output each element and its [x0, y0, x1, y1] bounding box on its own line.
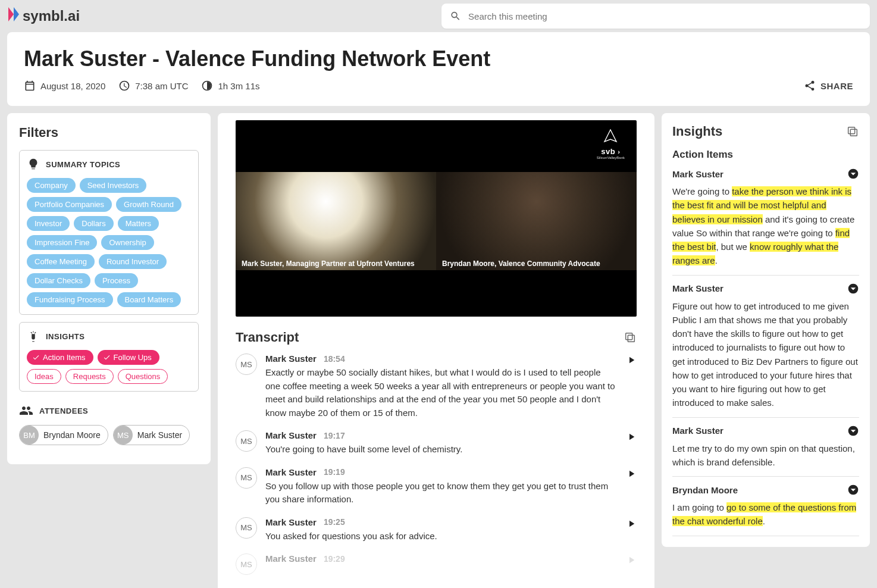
topic-chip[interactable]: Process	[95, 273, 138, 288]
insight-filter-chip[interactable]: Requests	[65, 369, 114, 384]
transcript-text: Exactly or maybe 50 socially distant hik…	[265, 366, 618, 420]
logo-mark-icon	[7, 6, 20, 26]
insight-filter-chip[interactable]: Follow Ups	[98, 350, 159, 365]
meta-date-text: August 18, 2020	[40, 81, 105, 91]
transcript-title: Transcript	[236, 330, 299, 345]
main-column: svb › SiliconValleyBank Mark Suster, Man…	[218, 113, 654, 588]
transcript-text: You're going to have built some level of…	[265, 443, 618, 456]
transcript-entry: MSMark Suster19:29	[236, 553, 637, 575]
share-icon	[804, 80, 816, 92]
transcript-time: 19:29	[324, 554, 345, 564]
chevron-down-icon[interactable]	[847, 484, 859, 496]
share-button[interactable]: SHARE	[804, 80, 853, 92]
insight-card: Mark SusterWe're going to take the perso…	[672, 168, 859, 276]
calendar-icon	[24, 80, 36, 92]
bulb-icon	[27, 158, 40, 171]
topic-chip[interactable]: Dollar Checks	[27, 273, 90, 288]
avatar: MS	[236, 354, 257, 375]
svg-rect-3	[848, 127, 855, 134]
summary-topics-section: SUMMARY TOPICS CompanySeed InvestorsPort…	[19, 150, 199, 315]
insight-filter-chip[interactable]: Action Items	[27, 350, 93, 365]
attendee-name: Bryndan Moore	[43, 430, 101, 440]
copy-icon[interactable]	[624, 331, 637, 344]
topbar: symbl.ai	[0, 0, 877, 32]
play-icon[interactable]	[626, 355, 637, 365]
search-input[interactable]	[468, 11, 862, 21]
clock-icon	[118, 80, 130, 92]
play-icon[interactable]	[626, 555, 637, 565]
avatar: MS	[114, 426, 133, 445]
share-label: SHARE	[820, 81, 853, 91]
topic-chip[interactable]: Round Investor	[99, 254, 167, 269]
topic-chip[interactable]: Dollars	[74, 216, 113, 231]
transcript-speaker: Mark Suster	[265, 467, 317, 477]
topic-chip[interactable]: Fundraising Process	[27, 292, 113, 307]
transcript-text: So you follow up with those people you g…	[265, 480, 618, 506]
insight-speaker: Bryndan Moore	[672, 485, 738, 495]
page-title: Mark Suster - Valence Funding Network Ev…	[24, 46, 853, 71]
topic-chip[interactable]: Growth Round	[116, 197, 181, 212]
avatar: MS	[236, 467, 257, 489]
insight-card: Bryndan MooreI am going to go to some of…	[672, 477, 859, 536]
insight-filter-chip[interactable]: Questions	[118, 369, 168, 384]
transcript-time: 18:54	[324, 354, 345, 364]
avatar: MS	[236, 517, 257, 539]
topic-chip[interactable]: Company	[27, 178, 76, 193]
insight-filter-chip[interactable]: Ideas	[27, 369, 61, 384]
attendees-section: ATTENDEES BMBryndan MooreMSMark Suster	[19, 399, 199, 445]
topic-chip[interactable]: Portfolio Companies	[27, 197, 112, 212]
attendee-pill[interactable]: BMBryndan Moore	[19, 425, 108, 445]
avatar: MS	[236, 430, 257, 452]
transcript-entry: MSMark Suster19:17You're going to have b…	[236, 430, 637, 456]
svg-rect-1	[626, 333, 632, 340]
topic-chip[interactable]: Ownership	[101, 235, 154, 250]
chevron-down-icon[interactable]	[847, 425, 859, 437]
meta-time-text: 7:38 am UTC	[135, 81, 188, 91]
transcript-speaker: Mark Suster	[265, 517, 317, 527]
attendees-label: ATTENDEES	[39, 406, 88, 415]
search-box[interactable]	[441, 4, 870, 29]
insight-card: Mark SusterLet me try to do my own spin …	[672, 418, 859, 477]
topic-chip[interactable]: Seed Investors	[80, 178, 147, 193]
search-icon	[450, 10, 461, 22]
play-icon[interactable]	[626, 468, 637, 479]
meta-row: August 18, 2020 7:38 am UTC 1h 3m 11s SH…	[24, 80, 853, 92]
video-player[interactable]: svb › SiliconValleyBank Mark Suster, Man…	[236, 120, 637, 317]
copy-icon[interactable]	[846, 125, 859, 138]
play-icon[interactable]	[626, 431, 637, 442]
transcript-time: 19:17	[324, 431, 345, 440]
topic-chip[interactable]: Coffee Meeting	[27, 254, 95, 269]
action-items-title: Action Items	[672, 149, 859, 161]
insights-panel: Insights Action Items Mark SusterWe're g…	[662, 113, 870, 547]
filters-title: Filters	[19, 125, 199, 140]
insight-text: Figure out how to get introduced to me g…	[672, 299, 859, 410]
topic-chip[interactable]: Board Matters	[117, 292, 181, 307]
attendee-pill[interactable]: MSMark Suster	[113, 425, 190, 445]
insights-title: Insights	[672, 124, 722, 139]
chevron-down-icon[interactable]	[847, 283, 859, 295]
meta-duration-text: 1h 3m 11s	[218, 81, 259, 91]
transcript-text: You asked for questions you ask for advi…	[265, 530, 618, 543]
topic-chip[interactable]: Investor	[27, 216, 70, 231]
transcript-speaker: Mark Suster	[265, 430, 317, 440]
topic-chip[interactable]: Matters	[118, 216, 159, 231]
avatar: MS	[236, 553, 257, 575]
transcript-time: 19:19	[324, 467, 345, 477]
avatar: BM	[20, 426, 39, 445]
topic-chip[interactable]: Impression Fine	[27, 235, 97, 250]
filters-sidebar: Filters SUMMARY TOPICS CompanySeed Inves…	[7, 113, 211, 464]
insight-speaker: Mark Suster	[672, 169, 723, 179]
insight-text: Let me try to do my own spin on that que…	[672, 442, 859, 470]
play-icon[interactable]	[626, 518, 637, 529]
chevron-down-icon[interactable]	[847, 168, 859, 180]
transcript-entry: MSMark Suster18:54Exactly or maybe 50 so…	[236, 354, 637, 420]
insights-filter-label: INSIGHTS	[46, 332, 84, 341]
transcript-entry: MSMark Suster19:25You asked for question…	[236, 517, 637, 543]
attendee-name: Mark Suster	[137, 430, 182, 440]
insight-speaker: Mark Suster	[672, 426, 723, 436]
highlighter-icon	[27, 330, 40, 343]
header-card: Mark Suster - Valence Funding Network Ev…	[7, 32, 870, 106]
people-icon	[19, 404, 33, 418]
transcript-time: 19:25	[324, 517, 345, 527]
svg-rect-2	[850, 129, 857, 136]
